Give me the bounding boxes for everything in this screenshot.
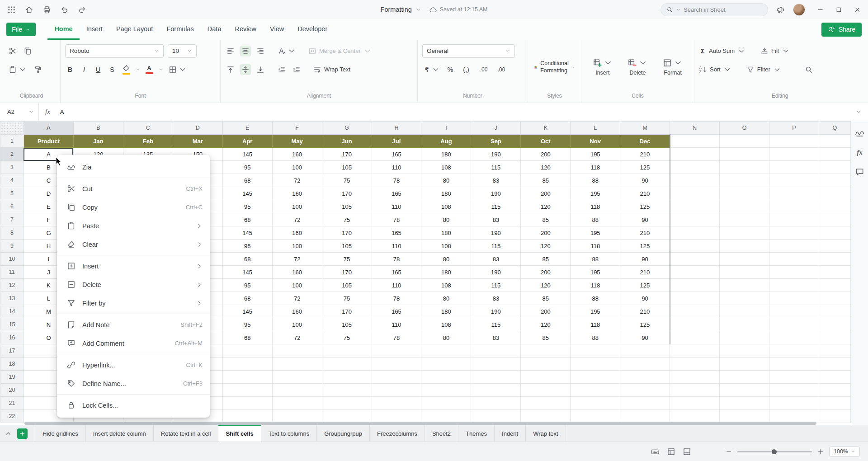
column-header-F[interactable]: F: [272, 122, 322, 135]
text-orientation-caret-icon[interactable]: [288, 47, 296, 55]
cell-M12[interactable]: 125: [620, 279, 670, 292]
file-button[interactable]: File: [6, 23, 36, 36]
font-color-button[interactable]: A: [144, 65, 154, 74]
cell-H17[interactable]: [372, 344, 421, 358]
italic-button[interactable]: I: [79, 66, 89, 73]
row-header-1[interactable]: 1: [0, 135, 24, 148]
column-header-I[interactable]: I: [421, 122, 471, 135]
cell-I19[interactable]: [421, 371, 471, 384]
cell-F11[interactable]: 160: [272, 266, 322, 279]
cell-K18[interactable]: [521, 358, 571, 371]
cell-J16[interactable]: 83: [471, 331, 521, 344]
cell-K14[interactable]: 200: [521, 305, 571, 318]
cell-G14[interactable]: 170: [322, 305, 372, 318]
column-header-L[interactable]: L: [571, 122, 620, 135]
horizontal-scrollbar[interactable]: [24, 422, 816, 425]
cell-G10[interactable]: 75: [322, 253, 372, 266]
align-right-button[interactable]: [255, 46, 266, 56]
row-header-4[interactable]: 4: [0, 174, 24, 187]
bold-button[interactable]: B: [65, 66, 75, 73]
row-header-8[interactable]: 8: [0, 226, 24, 240]
cell-O11[interactable]: [720, 266, 769, 279]
cell-L1[interactable]: Nov: [571, 135, 620, 148]
sort-caret-icon[interactable]: [723, 66, 731, 74]
cell-M19[interactable]: [620, 371, 670, 384]
cell-L16[interactable]: 88: [571, 331, 620, 344]
menu-tab-home[interactable]: Home: [47, 19, 79, 40]
cut-button[interactable]: [7, 46, 18, 56]
cell-O4[interactable]: [720, 174, 769, 187]
cell-I1[interactable]: Aug: [421, 135, 471, 148]
cell-N12[interactable]: [670, 279, 720, 292]
cell-Q12[interactable]: [819, 279, 850, 292]
cell-K7[interactable]: 85: [521, 213, 571, 226]
cell-P5[interactable]: [769, 187, 819, 200]
fill-caret-icon[interactable]: [782, 47, 790, 55]
cell-F7[interactable]: 72: [272, 213, 322, 226]
format-painter-button[interactable]: [32, 64, 43, 75]
cell-M18[interactable]: [620, 358, 670, 371]
cell-I5[interactable]: 180: [421, 187, 471, 200]
column-header-G[interactable]: G: [322, 122, 372, 135]
cell-I9[interactable]: 108: [421, 240, 471, 253]
formula-bar-expand-icon[interactable]: [856, 109, 862, 115]
title-caret-icon[interactable]: [415, 7, 421, 13]
cell-J4[interactable]: 83: [471, 174, 521, 187]
cell-I11[interactable]: 180: [421, 266, 471, 279]
cell-I2[interactable]: 180: [421, 148, 471, 161]
cell-M4[interactable]: 90: [620, 174, 670, 187]
cell-O3[interactable]: [720, 161, 769, 174]
increase-indent-button[interactable]: [291, 64, 302, 75]
cell-H22[interactable]: [372, 410, 421, 423]
column-header-N[interactable]: N: [670, 122, 720, 135]
cell-Q10[interactable]: [819, 253, 850, 266]
cell-G9[interactable]: 105: [322, 240, 372, 253]
cell-J18[interactable]: [471, 358, 521, 371]
cell-H10[interactable]: 78: [372, 253, 421, 266]
cell-F9[interactable]: 100: [272, 240, 322, 253]
cell-E16[interactable]: 68: [222, 331, 272, 344]
cell-J13[interactable]: 83: [471, 292, 521, 305]
context-menu-item-delete[interactable]: Delete: [57, 275, 210, 294]
cell-A1[interactable]: Product: [24, 135, 73, 148]
sort-button[interactable]: AZ Sort: [699, 66, 731, 74]
user-avatar[interactable]: [793, 4, 805, 16]
cell-K5[interactable]: 200: [521, 187, 571, 200]
cell-K9[interactable]: 120: [521, 240, 571, 253]
cell-O6[interactable]: [720, 200, 769, 213]
column-header-P[interactable]: P: [769, 122, 819, 135]
cell-I12[interactable]: 108: [421, 279, 471, 292]
underline-button[interactable]: U: [93, 66, 103, 73]
cell-J6[interactable]: 115: [471, 200, 521, 213]
row-header-16[interactable]: 16: [0, 331, 24, 344]
format-cells-button[interactable]: Format: [659, 56, 686, 78]
cell-Q5[interactable]: [819, 187, 850, 200]
sheet-tab-wrap-text[interactable]: Wrap text: [526, 425, 566, 442]
cell-K16[interactable]: 85: [521, 331, 571, 344]
cell-G7[interactable]: 75: [322, 213, 372, 226]
delete-cells-button[interactable]: Delete: [624, 56, 651, 78]
context-menu-item-zia[interactable]: Zia: [57, 158, 210, 176]
cell-L11[interactable]: 195: [571, 266, 620, 279]
cell-J9[interactable]: 115: [471, 240, 521, 253]
cell-K8[interactable]: 200: [521, 226, 571, 240]
cell-G8[interactable]: 170: [322, 226, 372, 240]
comments-sidebar-icon[interactable]: [855, 167, 864, 177]
cell-M3[interactable]: 125: [620, 161, 670, 174]
apps-icon[interactable]: [7, 5, 16, 14]
cell-P6[interactable]: [769, 200, 819, 213]
column-header-M[interactable]: M: [620, 122, 670, 135]
cell-E7[interactable]: 68: [222, 213, 272, 226]
cell-O12[interactable]: [720, 279, 769, 292]
cell-E8[interactable]: 145: [222, 226, 272, 240]
cell-O13[interactable]: [720, 292, 769, 305]
formula-input[interactable]: A: [57, 108, 856, 115]
cell-M22[interactable]: [620, 410, 670, 423]
cell-I22[interactable]: [421, 410, 471, 423]
cell-H1[interactable]: Jul: [372, 135, 421, 148]
sheet-tab-shift-cells[interactable]: Shift cells: [218, 425, 261, 442]
cell-N9[interactable]: [670, 240, 720, 253]
zoom-in-icon[interactable]: [817, 448, 824, 455]
cell-I16[interactable]: 80: [421, 331, 471, 344]
context-menu-item-insert[interactable]: Insert: [57, 257, 210, 275]
